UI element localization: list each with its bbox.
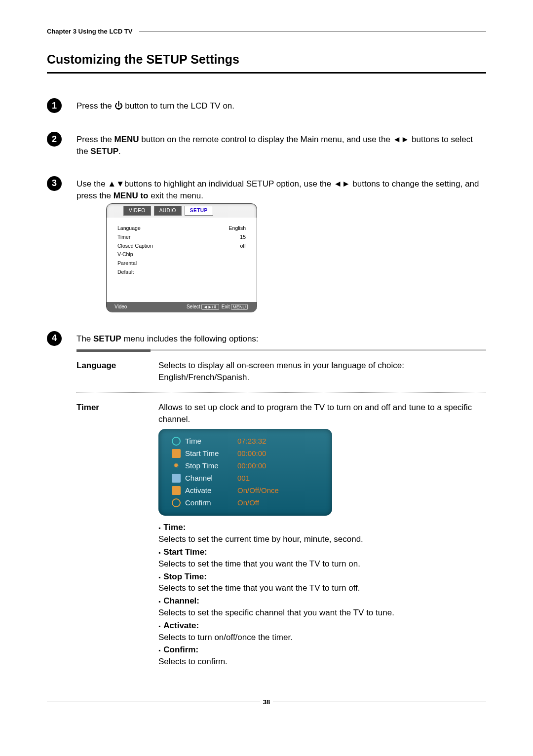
bullet: Time:Selects to set the current time by … [158,522,486,545]
osd-row: Timer15 [117,233,246,241]
osd-val: 15 [240,233,246,241]
osd-footer-left: Video [114,303,127,310]
v: 001 [237,473,323,483]
text-bold: MENU to [114,191,149,200]
bullet: Start Time:Selects to set the time that … [158,546,486,570]
osd-tab-video: VIDEO [123,206,151,216]
v: 07:23:32 [237,436,323,446]
step-text: The SETUP menu includes the following op… [76,326,486,678]
bullet-title: Stop Time: [158,572,207,581]
page: Chapter 3 Using the LCD TV Customizing t… [0,0,533,678]
osd-row: Closed Captionoff [117,242,246,250]
text-bold: MENU [114,135,139,144]
gear-icon: ✹ [172,461,181,470]
text: Allows to set up clock and to program th… [158,402,486,425]
osd-key: Default [117,268,134,276]
step-text: Press the MENU button on the remote cont… [76,127,486,157]
tv-icon [172,449,181,458]
text: Select [187,304,200,309]
k: Activate [185,485,237,495]
k: Confirm [185,497,237,508]
timer-row: Channel001 [167,473,323,483]
bullet-desc: Selects to set the current time by hour,… [158,534,363,544]
osd-row: Default [117,268,246,276]
timer-row: ConfirmOn/Off [167,497,323,508]
step-2: 2 Press the MENU button on the remote co… [47,127,486,157]
bullet-title: Start Time: [158,547,207,557]
text: The [76,334,93,343]
step-text: Press the ⏻ button to turn the LCD TV on… [76,93,234,112]
power-icon: ⏻ [114,101,123,111]
v: On/Off [237,497,323,508]
option-label: Language [76,360,158,372]
bullet-title: Time: [158,523,186,532]
text-bold: SETUP [93,334,121,343]
option-desc: Allows to set up clock and to program th… [158,402,486,669]
chapter-header: Chapter 3 Using the LCD TV [47,27,486,36]
osd-key: Parental [117,260,137,267]
timer-osd: Time07:23:32 Start Time00:00:00 ✹Stop Ti… [158,429,332,516]
menu-key: MENU [231,304,248,310]
step-number: 1 [47,98,62,113]
text: menu includes the following options: [121,334,259,343]
bullet-desc: Selects to set the specific channel that… [158,608,394,617]
bullet-title: Activate: [158,621,199,630]
text-bold: SETUP [90,147,118,156]
header-rule [139,32,486,32]
step-number: 4 [47,331,62,346]
option-label: Timer [76,402,158,414]
osd-footer-right: Select◄►/⇕ ExitMENU [187,303,249,310]
bullet: Channel:Selects to set the specific chan… [158,595,486,619]
step-3: 3 Use the ▲▼buttons to highlight an indi… [47,171,486,312]
timer-row: ✹Stop Time00:00:00 [167,460,323,471]
v: 00:00:00 [237,448,323,458]
text: Exit [222,304,230,309]
bullet: Stop Time:Selects to set the time that y… [158,571,486,595]
k: Stop Time [185,460,237,471]
k: Channel [185,473,237,483]
page-footer: 38 [47,698,486,707]
tube-icon [172,474,181,483]
osd-body: LanguageEnglish Timer15 Closed Captionof… [107,218,257,302]
v: On/Off/Once [237,485,323,495]
osd-key: Language [117,225,141,232]
bullet-desc: Selects to confirm. [158,657,228,666]
option-row-language: Language Selects to display all on-scree… [76,351,486,393]
osd-tab-audio: AUDIO [154,206,182,216]
osd-row: LanguageEnglish [117,225,246,232]
page-title: Customizing the SETUP Settings [47,51,486,68]
osd-key: V-Chip [117,251,133,258]
bullet-title: Confirm: [158,645,198,654]
bullet: Confirm:Selects to confirm. [158,644,486,668]
osd-key: Closed Caption [117,242,153,250]
text: button to turn the LCD TV on. [123,101,235,111]
bullet-title: Channel: [158,596,199,605]
osd-key: Timer [117,233,130,241]
clock-icon [172,437,181,446]
bullet-desc: Selects to turn on/off/once the timer. [158,633,293,642]
osd-val: off [240,242,246,250]
footer-rule [47,702,260,702]
option-desc: Selects to display all on-screen menus i… [158,360,486,383]
text: . [118,147,121,156]
footer-rule [273,702,486,702]
k: Time [185,436,237,446]
step-1: 1 Press the ⏻ button to turn the LCD TV … [47,93,486,113]
chapter-text: Chapter 3 Using the LCD TV [47,27,132,36]
step-number: 3 [47,176,62,191]
osd-tabs: VIDEO AUDIO SETUP [107,204,257,218]
bullet: Activate:Selects to turn on/off/once the… [158,620,486,643]
option-row-timer: Timer Allows to set up clock and to prog… [76,393,486,678]
text: Press the [76,135,114,144]
step-number: 2 [47,132,62,147]
lock-icon [172,498,181,507]
osd-footer: Video Select◄►/⇕ ExitMENU [107,302,257,312]
bullet-desc: Selects to set the time that you want th… [158,583,360,593]
dpad-icon: ◄►/⇕ [201,304,219,310]
step-4: 4 The SETUP menu includes the following … [47,326,486,678]
k: Start Time [185,448,237,458]
setup-osd: VIDEO AUDIO SETUP LanguageEnglish Timer1… [106,203,257,312]
bullet-desc: Selects to set the time that you want th… [158,559,360,568]
timer-row: Time07:23:32 [167,436,323,446]
osd-val: English [229,225,246,232]
